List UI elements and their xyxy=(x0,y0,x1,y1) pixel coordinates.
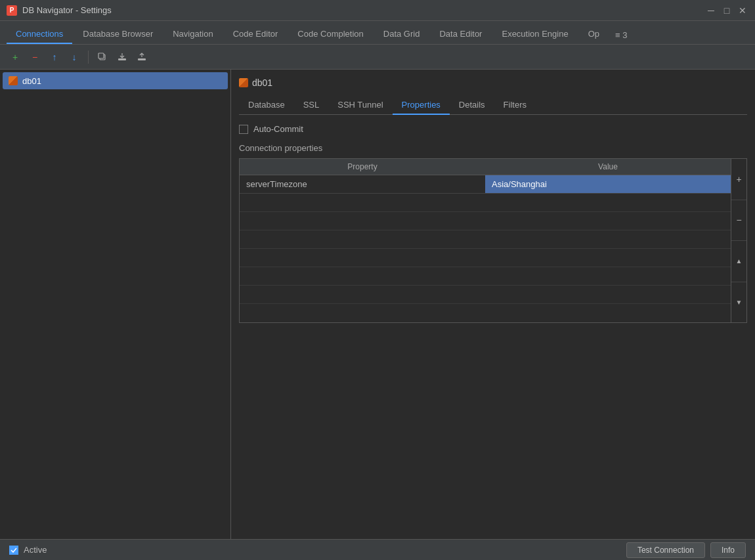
empty-row xyxy=(240,249,731,267)
value-column-header: Value xyxy=(485,159,731,175)
db-icon xyxy=(8,75,18,86)
close-button[interactable]: ✕ xyxy=(737,5,748,16)
tab-more-button[interactable]: ≡ 3 xyxy=(610,26,632,44)
title-bar: P DB Navigator - Settings ─ □ ✕ xyxy=(0,0,755,21)
panel-title: db01 xyxy=(239,77,747,88)
move-down-button[interactable]: ↓ xyxy=(66,49,83,66)
empty-row xyxy=(240,286,731,304)
export-button[interactable] xyxy=(133,49,150,66)
tab-connections[interactable]: Connections xyxy=(7,25,72,44)
sidebar: db01 xyxy=(0,70,231,539)
sidebar-item-label: db01 xyxy=(22,76,41,86)
active-checkbox[interactable] xyxy=(9,546,18,555)
tab-navigation[interactable]: Navigation xyxy=(163,25,222,44)
sidebar-item-db01[interactable]: db01 xyxy=(3,72,228,89)
tab-database-browser[interactable]: Database Browser xyxy=(74,25,162,44)
empty-rows xyxy=(240,194,731,322)
add-property-button[interactable]: + xyxy=(731,159,746,200)
value-cell[interactable]: Asia/Shanghai xyxy=(485,175,731,193)
empty-row xyxy=(240,194,731,212)
test-connection-button[interactable]: Test Connection xyxy=(626,542,705,558)
property-column-header: Property xyxy=(240,159,485,175)
svg-rect-1 xyxy=(98,53,104,58)
window-controls: ─ □ ✕ xyxy=(705,5,748,16)
tab-code-completion[interactable]: Code Completion xyxy=(288,25,372,44)
empty-row xyxy=(240,212,731,230)
add-connection-button[interactable]: + xyxy=(7,49,24,66)
svg-rect-3 xyxy=(138,58,146,60)
empty-row xyxy=(240,267,731,286)
inner-tab-ssh-tunnel[interactable]: SSH Tunnel xyxy=(328,96,392,115)
move-property-down-button[interactable]: ▼ xyxy=(731,282,746,323)
table-side-buttons: + − ▲ ▼ xyxy=(731,158,747,323)
inner-tabs: Database SSL SSH Tunnel Properties Detai… xyxy=(239,96,747,115)
inner-tab-properties[interactable]: Properties xyxy=(393,96,450,115)
tab-data-grid[interactable]: Data Grid xyxy=(374,25,429,44)
props-table-header: Property Value xyxy=(240,159,731,175)
right-panel: db01 Database SSL SSH Tunnel Properties … xyxy=(231,70,755,539)
inner-tab-details[interactable]: Details xyxy=(450,96,494,115)
connection-name-label: db01 xyxy=(252,77,272,88)
bottom-bar: Active Test Connection Info xyxy=(0,539,755,560)
toolbar: + − ↑ ↓ xyxy=(0,45,755,70)
app-icon: P xyxy=(7,5,17,16)
tab-code-editor[interactable]: Code Editor xyxy=(224,25,288,44)
props-table: Property Value serverTimezone Asia/Shang… xyxy=(239,158,731,323)
auto-commit-label: Auto-Commit xyxy=(253,124,303,134)
inner-tab-filters[interactable]: Filters xyxy=(494,96,536,115)
window-title: DB Navigator - Settings xyxy=(22,5,112,15)
toolbar-separator xyxy=(88,51,89,64)
remove-property-button[interactable]: − xyxy=(731,200,746,242)
main-content: db01 db01 Database SSL SSH Tunnel Proper… xyxy=(0,70,755,539)
auto-commit-checkbox[interactable] xyxy=(239,125,248,134)
empty-row xyxy=(240,304,731,322)
property-cell: serverTimezone xyxy=(240,175,485,193)
conn-props-title: Connection properties xyxy=(239,143,747,153)
svg-rect-2 xyxy=(118,58,126,60)
inner-tab-ssl[interactable]: SSL xyxy=(294,96,329,115)
tab-op[interactable]: Op xyxy=(579,25,609,44)
panel-db-icon xyxy=(239,78,248,87)
tab-execution-engine[interactable]: Execution Engine xyxy=(492,25,577,44)
copy-connection-button[interactable] xyxy=(94,49,111,66)
remove-connection-button[interactable]: − xyxy=(26,49,43,66)
empty-row xyxy=(240,230,731,249)
auto-commit-row: Auto-Commit xyxy=(239,124,747,134)
info-button[interactable]: Info xyxy=(710,542,746,558)
inner-tab-database[interactable]: Database xyxy=(239,96,294,115)
maximize-button[interactable]: □ xyxy=(721,5,733,16)
tab-data-editor[interactable]: Data Editor xyxy=(430,25,491,44)
bottom-actions: Test Connection Info xyxy=(626,542,746,558)
props-table-container: Property Value serverTimezone Asia/Shang… xyxy=(239,158,747,323)
tab-bar: Connections Database Browser Navigation … xyxy=(0,21,755,45)
move-up-button[interactable]: ↑ xyxy=(46,49,63,66)
minimize-button[interactable]: ─ xyxy=(705,5,717,16)
table-row[interactable]: serverTimezone Asia/Shanghai xyxy=(240,175,731,194)
move-property-up-button[interactable]: ▲ xyxy=(731,241,746,282)
active-label: Active xyxy=(24,545,47,555)
active-row: Active xyxy=(9,545,47,555)
import-button[interactable] xyxy=(114,49,131,66)
